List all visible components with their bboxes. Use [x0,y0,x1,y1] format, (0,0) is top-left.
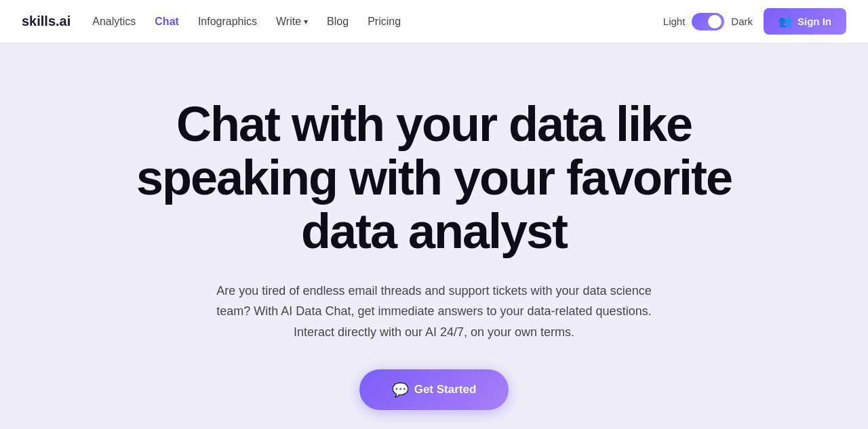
nav-item-infographics: Infographics [198,16,257,28]
users-icon: 👥 [778,15,792,28]
navbar: skills.ai Analytics Chat Infographics Wr… [0,0,868,43]
nav-left: skills.ai Analytics Chat Infographics Wr… [22,14,401,29]
nav-link-infographics[interactable]: Infographics [198,16,257,27]
nav-link-chat[interactable]: Chat [155,16,179,27]
nav-item-analytics: Analytics [92,16,136,28]
nav-link-analytics[interactable]: Analytics [92,16,136,27]
hero-section: Chat with your data like speaking with y… [0,43,868,429]
nav-links: Analytics Chat Infographics Write ▾ Blog… [92,16,401,28]
chevron-down-icon: ▾ [304,17,308,26]
nav-item-write: Write ▾ [276,16,308,28]
chat-icon: 💬 [392,382,409,398]
nav-item-pricing: Pricing [368,16,401,28]
light-label: Light [663,16,686,27]
nav-item-chat: Chat [155,16,179,28]
hero-subtitle: Are you tired of endless email threads a… [203,281,665,343]
nav-item-blog: Blog [327,16,349,28]
theme-toggle: Light Dark [663,13,753,30]
nav-right: Light Dark 👥 Sign In [663,8,846,35]
nav-link-blog[interactable]: Blog [327,16,349,27]
cta-button[interactable]: 💬 Get Started [359,369,509,410]
nav-link-pricing[interactable]: Pricing [368,16,401,27]
theme-toggle-switch[interactable] [692,13,724,30]
logo[interactable]: skills.ai [22,14,71,29]
dark-label: Dark [731,16,753,27]
nav-link-write[interactable]: Write ▾ [276,16,308,28]
hero-title: Chat with your data like speaking with y… [129,98,739,259]
sign-in-label: Sign In [797,16,831,27]
sign-in-button[interactable]: 👥 Sign In [764,8,846,35]
toggle-knob [708,15,722,28]
cta-label: Get Started [414,383,477,396]
